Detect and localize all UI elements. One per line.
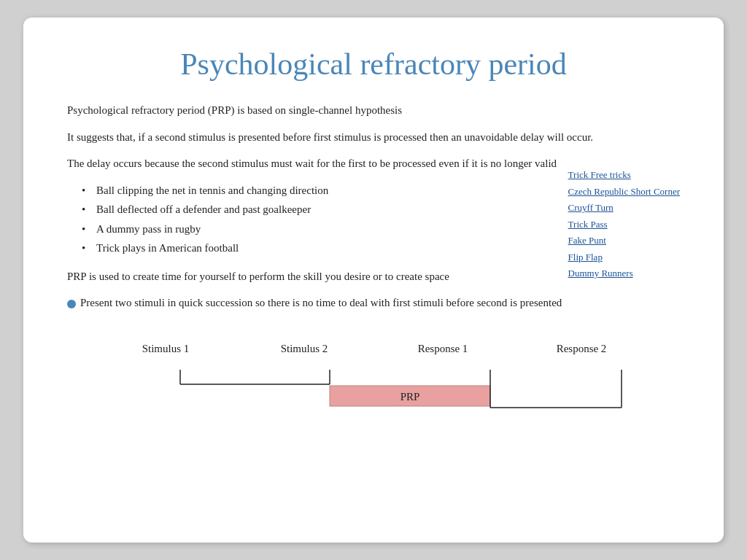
sidebar-link-6[interactable]: Dummy Runners <box>568 266 680 281</box>
diagram-label-1: Stimulus 2 <box>235 341 374 357</box>
slide: Psychological refractory period Psycholo… <box>23 18 724 542</box>
sidebar-link-3[interactable]: Trick Pass <box>568 217 680 232</box>
sidebar-link-2[interactable]: Cruyff Turn <box>568 201 680 215</box>
sidebar-links: Trick Free tricks Czech Republic Short C… <box>568 168 680 281</box>
paragraph-5: Present two stimuli in quick succession … <box>67 295 680 311</box>
sidebar-link-1[interactable]: Czech Republic Short Corner <box>568 184 680 199</box>
paragraph-2: It suggests that, if a second stimulus i… <box>67 129 680 146</box>
diagram-svg: PRP <box>67 362 680 421</box>
diagram-area: Stimulus 1 Stimulus 2 Response 1 Respons… <box>67 341 680 435</box>
diagram-lines: PRP <box>67 362 680 421</box>
svg-text:PRP: PRP <box>400 391 420 402</box>
diagram-label-2: Response 1 <box>374 341 512 357</box>
paragraph-1: Psychological refractory period (PRP) is… <box>67 102 680 119</box>
slide-body: Psychological refractory period (PRP) is… <box>67 102 680 435</box>
diagram-labels: Stimulus 1 Stimulus 2 Response 1 Respons… <box>67 341 680 357</box>
blue-bullet-icon <box>67 300 76 308</box>
diagram-label-3: Response 2 <box>512 341 651 357</box>
slide-title: Psychological refractory period <box>67 47 680 82</box>
sidebar-link-0[interactable]: Trick Free tricks <box>568 168 680 182</box>
sidebar-link-5[interactable]: Flip Flap <box>568 250 680 265</box>
diagram-label-0: Stimulus 1 <box>96 341 235 357</box>
sidebar-link-4[interactable]: Fake Punt <box>568 233 680 248</box>
